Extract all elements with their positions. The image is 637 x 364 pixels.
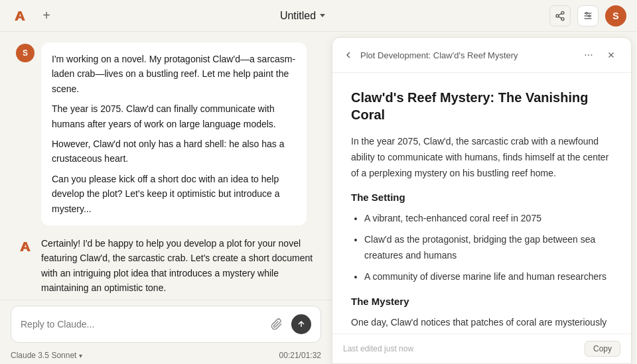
- assistant-message: Certainly! I'd be happy to help you deve…: [16, 236, 316, 300]
- chat-messages: S I'm working on a novel. My protagonist…: [0, 32, 332, 300]
- title-chevron-icon: [320, 14, 325, 17]
- model-info: Claude 3.5 Sonnet ▾ 00:21/01:32: [0, 348, 332, 364]
- document-intro: In the year 2075, Claw'd, the sarcastic …: [351, 134, 612, 181]
- list-item: Claw'd as the protagonist, bridging the …: [364, 232, 612, 264]
- chat-input[interactable]: [21, 319, 262, 330]
- svg-point-2: [561, 17, 564, 20]
- user-text-1: I'm working on a novel. My protagonist C…: [52, 52, 296, 96]
- main-area: S I'm working on a novel. My protagonist…: [0, 32, 637, 364]
- assistant-text-container: Certainly! I'd be happy to help you deve…: [41, 236, 316, 300]
- document-footer-text: Last edited just now: [343, 344, 413, 353]
- back-arrow-icon: [343, 50, 354, 60]
- close-icon: [606, 50, 616, 60]
- svg-line-4: [559, 13, 562, 15]
- plus-icon: +: [42, 8, 50, 23]
- document-more-button[interactable]: ···: [579, 46, 598, 64]
- topbar-center: Untitled: [280, 10, 325, 22]
- document-panel: Plot Development: Claw'd's Reef Mystery …: [332, 37, 632, 364]
- user-message: S I'm working on a novel. My protagonist…: [16, 42, 316, 225]
- anthropic-logo: [11, 7, 29, 25]
- document-panel-footer: Last edited just now Copy: [332, 334, 631, 363]
- svg-line-3: [559, 17, 562, 19]
- document-close-button[interactable]: [602, 46, 620, 64]
- document-panel-title: Plot Development: Claw'd's Reef Mystery: [360, 50, 573, 60]
- attach-button[interactable]: [267, 315, 286, 334]
- chat-panel: S I'm working on a novel. My protagonist…: [0, 32, 332, 364]
- settings-button[interactable]: [577, 5, 599, 27]
- input-box: [11, 306, 321, 343]
- share-icon: [555, 11, 565, 21]
- send-icon: [297, 320, 306, 329]
- svg-point-1: [556, 15, 559, 17]
- user-avatar: S: [605, 5, 626, 27]
- list-item: A community of diverse marine life and h…: [364, 269, 612, 285]
- document-heading: Claw'd's Reef Mystery: The Vanishing Cor…: [351, 89, 612, 123]
- document-panel-content: Claw'd's Reef Mystery: The Vanishing Cor…: [332, 73, 631, 334]
- list-item: A vibrant, tech-enhanced coral reef in 2…: [364, 211, 612, 227]
- claude-logo-icon: [17, 238, 34, 255]
- share-button[interactable]: [549, 5, 571, 27]
- paperclip-icon: [271, 318, 283, 330]
- user-bubble: I'm working on a novel. My protagonist C…: [41, 42, 307, 225]
- user-text-3: However, Claw'd not only has a hard shel…: [52, 137, 296, 166]
- document-section1-title: The Setting: [351, 192, 612, 203]
- page-title: Untitled: [280, 10, 316, 22]
- topbar: + Untitled S: [0, 0, 637, 32]
- more-dots-icon: ···: [584, 49, 593, 61]
- user-text-2: The year is 2075. Claw'd can finally com…: [52, 101, 296, 131]
- topbar-left: +: [11, 7, 56, 25]
- model-chevron-icon: ▾: [79, 352, 82, 359]
- document-mystery-text: One day, Claw'd notices that patches of …: [351, 315, 612, 334]
- settings-icon: [583, 11, 593, 21]
- document-panel-header: Plot Development: Claw'd's Reef Mystery …: [332, 38, 631, 73]
- user-message-avatar: S: [16, 44, 35, 62]
- input-area: [0, 300, 332, 348]
- document-setting-list: A vibrant, tech-enhanced coral reef in 2…: [351, 211, 612, 284]
- assistant-avatar: [16, 237, 35, 256]
- model-name-label: Claude 3.5 Sonnet: [11, 351, 76, 360]
- document-section2-title: The Mystery: [351, 296, 612, 307]
- svg-point-8: [586, 12, 588, 14]
- document-back-button[interactable]: [343, 50, 354, 60]
- document-copy-button[interactable]: Copy: [585, 341, 620, 357]
- svg-point-0: [561, 11, 564, 14]
- send-button[interactable]: [291, 314, 311, 334]
- new-chat-button[interactable]: +: [37, 7, 56, 25]
- svg-point-9: [589, 15, 591, 17]
- model-time-label: 00:21/01:32: [279, 351, 321, 360]
- assistant-response-text: Certainly! I'd be happy to help you deve…: [41, 236, 316, 296]
- topbar-right: S: [549, 5, 626, 27]
- document-panel-actions: ···: [579, 46, 620, 64]
- user-text-4: Can you please kick off a short doc with…: [52, 172, 296, 216]
